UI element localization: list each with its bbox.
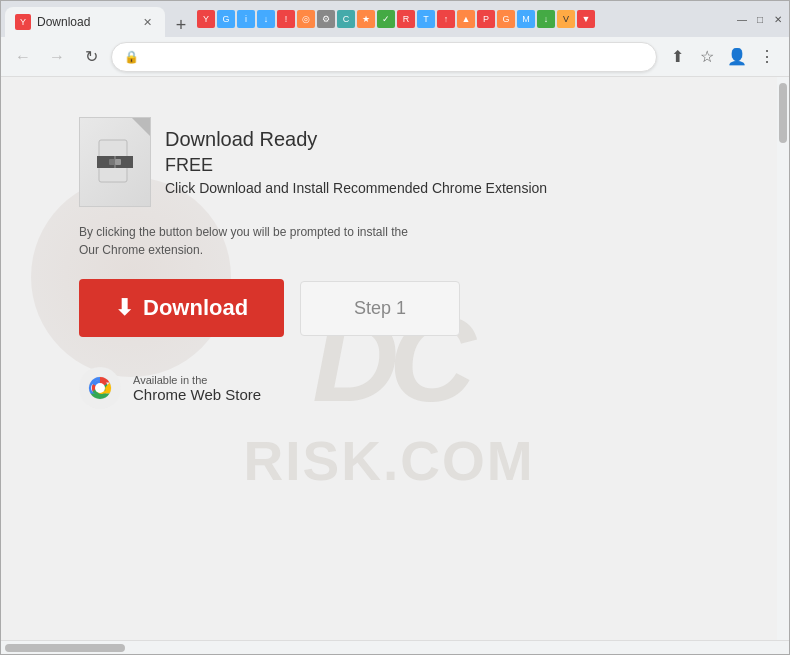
ext-icon-13[interactable]: ↑ — [437, 10, 455, 28]
buttons-row: ⬇ Download Step 1 — [79, 279, 699, 337]
ext-icon-15[interactable]: P — [477, 10, 495, 28]
svg-rect-3 — [109, 159, 115, 165]
ext-icon-20[interactable]: ▼ — [577, 10, 595, 28]
tab-bar: Y Download ✕ + — [1, 1, 193, 37]
ext-icon-7[interactable]: ⚙ — [317, 10, 335, 28]
minimize-button[interactable]: — — [735, 12, 749, 26]
new-tab-button[interactable]: + — [169, 13, 193, 37]
extensions-bar: Y G i ↓ ! ◎ ⚙ C ★ ✓ R T ↑ ▲ P G M ↓ V ▼ — [193, 9, 599, 29]
ext-icon-9[interactable]: ★ — [357, 10, 375, 28]
file-icon — [79, 117, 151, 207]
svg-rect-4 — [115, 159, 121, 165]
ext-icon-16[interactable]: G — [497, 10, 515, 28]
ext-icon-3[interactable]: i — [237, 10, 255, 28]
download-label: Download — [143, 295, 248, 321]
ext-icon-11[interactable]: R — [397, 10, 415, 28]
file-title: Download Ready — [165, 128, 547, 151]
refresh-button[interactable]: ↻ — [77, 43, 105, 71]
scrollbar-track[interactable] — [777, 77, 789, 640]
page-inner: DC RISK.COM Download — [1, 77, 777, 640]
file-description: Click Download and Install Recommended C… — [165, 180, 547, 196]
download-icon: ⬇ — [115, 295, 133, 321]
download-button[interactable]: ⬇ Download — [79, 279, 284, 337]
tab-close-button[interactable]: ✕ — [139, 14, 155, 30]
ext-icon-8[interactable]: C — [337, 10, 355, 28]
file-price: FREE — [165, 155, 547, 176]
bottom-scrollbar[interactable] — [1, 640, 789, 654]
maximize-button[interactable]: □ — [753, 12, 767, 26]
chrome-store-row: Available in the Chrome Web Store — [79, 367, 699, 409]
disclaimer-line1: By clicking the button below you will be… — [79, 225, 408, 239]
available-in-text: Available in the — [133, 374, 261, 386]
chrome-logo — [79, 367, 121, 409]
zip-svg — [97, 138, 133, 186]
tab-label: Download — [37, 15, 90, 29]
ext-icon-10[interactable]: ✓ — [377, 10, 395, 28]
ext-icon-19[interactable]: V — [557, 10, 575, 28]
scrollbar-thumb[interactable] — [779, 83, 787, 143]
svg-point-10 — [95, 383, 105, 393]
close-button[interactable]: ✕ — [771, 12, 785, 26]
ext-icon-12[interactable]: T — [417, 10, 435, 28]
ext-icon-17[interactable]: M — [517, 10, 535, 28]
ext-icon-14[interactable]: ▲ — [457, 10, 475, 28]
tab-favicon: Y — [15, 14, 31, 30]
step-button: Step 1 — [300, 281, 460, 336]
bookmark-button[interactable]: ☆ — [693, 43, 721, 71]
window-controls: — □ ✕ — [735, 12, 789, 26]
nav-actions: ⬆ ☆ 👤 ⋮ — [663, 43, 781, 71]
top-row: Y Download ✕ + Y G i ↓ ! ◎ ⚙ C ★ ✓ R T ↑… — [1, 1, 789, 37]
address-bar[interactable]: 🔒 — [111, 42, 657, 72]
content-card: Download Ready FREE Click Download and I… — [79, 117, 699, 409]
navigation-bar: ← → ↻ 🔒 ⬆ ☆ 👤 ⋮ — [1, 37, 789, 77]
back-button[interactable]: ← — [9, 43, 37, 71]
bottom-scroll-thumb[interactable] — [5, 644, 125, 652]
file-details: Download Ready FREE Click Download and I… — [165, 128, 547, 196]
forward-button[interactable]: → — [43, 43, 71, 71]
disclaimer-line2: Our Chrome extension. — [79, 243, 203, 257]
file-info-row: Download Ready FREE Click Download and I… — [79, 117, 699, 207]
lock-icon: 🔒 — [124, 50, 139, 64]
browser-window: Y Download ✕ + Y G i ↓ ! ◎ ⚙ C ★ ✓ R T ↑… — [0, 0, 790, 655]
page-content: DC RISK.COM Download — [1, 77, 789, 640]
watermark-site: RISK.COM — [244, 429, 535, 493]
profile-button[interactable]: 👤 — [723, 43, 751, 71]
share-button[interactable]: ⬆ — [663, 43, 691, 71]
chrome-store-text: Available in the Chrome Web Store — [133, 374, 261, 403]
ext-icon-18[interactable]: ↓ — [537, 10, 555, 28]
ext-icon-4[interactable]: ↓ — [257, 10, 275, 28]
url-input[interactable] — [145, 49, 644, 64]
disclaimer-text: By clicking the button below you will be… — [79, 223, 479, 259]
ext-icon-2[interactable]: G — [217, 10, 235, 28]
active-tab[interactable]: Y Download ✕ — [5, 7, 165, 37]
ext-icon-5[interactable]: ! — [277, 10, 295, 28]
ext-icon-1[interactable]: Y — [197, 10, 215, 28]
ext-icon-6[interactable]: ◎ — [297, 10, 315, 28]
chrome-store-label: Chrome Web Store — [133, 386, 261, 403]
menu-button[interactable]: ⋮ — [753, 43, 781, 71]
